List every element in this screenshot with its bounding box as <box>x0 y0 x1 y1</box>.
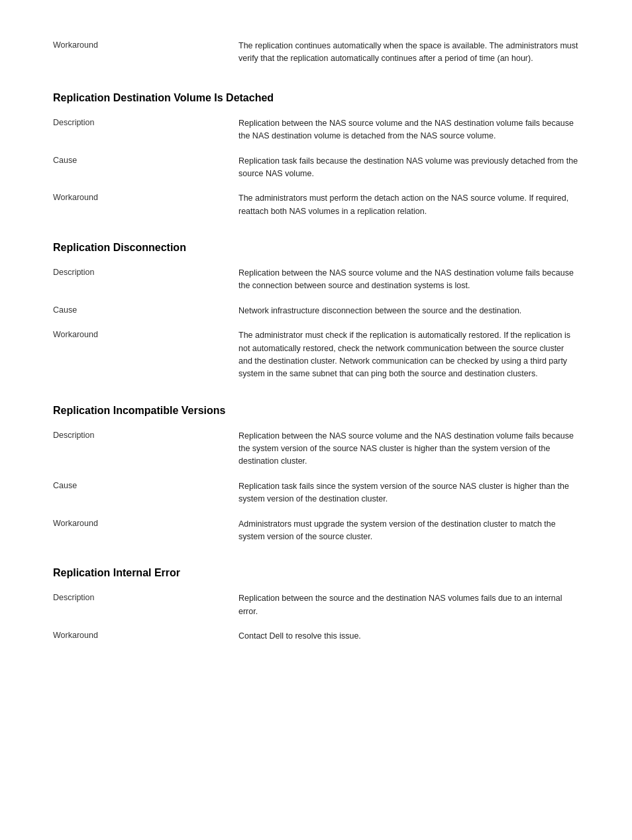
section-replication-disconnection: Replication Disconnection Description Re… <box>53 242 579 381</box>
section-title-disconnection: Replication Disconnection <box>53 242 579 254</box>
top-workaround-row: Workaround The replication continues aut… <box>53 40 579 66</box>
text-workaround-0: The administrators must perform the deta… <box>238 192 579 218</box>
page-content: Workaround The replication continues aut… <box>53 40 579 643</box>
label-workaround-2: Workaround <box>53 518 238 544</box>
section-replication-incompatible-versions: Replication Incompatible Versions Descri… <box>53 405 579 544</box>
row-description-2: Description Replication between the NAS … <box>53 430 579 468</box>
text-description-0: Replication between the NAS source volum… <box>238 117 579 143</box>
top-workaround-label: Workaround <box>53 40 238 66</box>
row-workaround-1: Workaround The administrator must check … <box>53 329 579 381</box>
section-replication-destination-volume-detached: Replication Destination Volume Is Detach… <box>53 92 579 218</box>
text-description-1: Replication between the NAS source volum… <box>238 267 579 293</box>
label-description-0: Description <box>53 117 238 143</box>
section-replication-internal-error: Replication Internal Error Description R… <box>53 567 579 643</box>
section-title-destination-detached: Replication Destination Volume Is Detach… <box>53 92 579 104</box>
label-workaround-0: Workaround <box>53 192 238 218</box>
text-description-3: Replication between the source and the d… <box>238 592 579 618</box>
row-cause-0: Cause Replication task fails because the… <box>53 155 579 181</box>
row-workaround-3: Workaround Contact Dell to resolve this … <box>53 630 579 643</box>
label-workaround-1: Workaround <box>53 329 238 381</box>
label-description-2: Description <box>53 430 238 468</box>
label-cause-0: Cause <box>53 155 238 181</box>
label-cause-1: Cause <box>53 305 238 317</box>
row-cause-1: Cause Network infrastructure disconnecti… <box>53 305 579 317</box>
top-workaround-text: The replication continues automatically … <box>238 40 579 66</box>
label-workaround-3: Workaround <box>53 630 238 643</box>
text-workaround-1: The administrator must check if the repl… <box>238 329 579 381</box>
row-workaround-0: Workaround The administrators must perfo… <box>53 192 579 218</box>
text-description-2: Replication between the NAS source volum… <box>238 430 579 468</box>
row-description-3: Description Replication between the sour… <box>53 592 579 618</box>
text-cause-1: Network infrastructure disconnection bet… <box>238 305 579 317</box>
text-cause-0: Replication task fails because the desti… <box>238 155 579 181</box>
label-description-1: Description <box>53 267 238 293</box>
row-workaround-2: Workaround Administrators must upgrade t… <box>53 518 579 544</box>
text-cause-2: Replication task fails since the system … <box>238 480 579 506</box>
text-workaround-2: Administrators must upgrade the system v… <box>238 518 579 544</box>
section-title-incompatible-versions: Replication Incompatible Versions <box>53 405 579 417</box>
row-cause-2: Cause Replication task fails since the s… <box>53 480 579 506</box>
section-title-internal-error: Replication Internal Error <box>53 567 579 579</box>
row-description-1: Description Replication between the NAS … <box>53 267 579 293</box>
text-workaround-3: Contact Dell to resolve this issue. <box>238 630 579 643</box>
page-wrapper: Workaround The replication continues aut… <box>53 40 579 840</box>
label-cause-2: Cause <box>53 480 238 506</box>
label-description-3: Description <box>53 592 238 618</box>
row-description-0: Description Replication between the NAS … <box>53 117 579 143</box>
